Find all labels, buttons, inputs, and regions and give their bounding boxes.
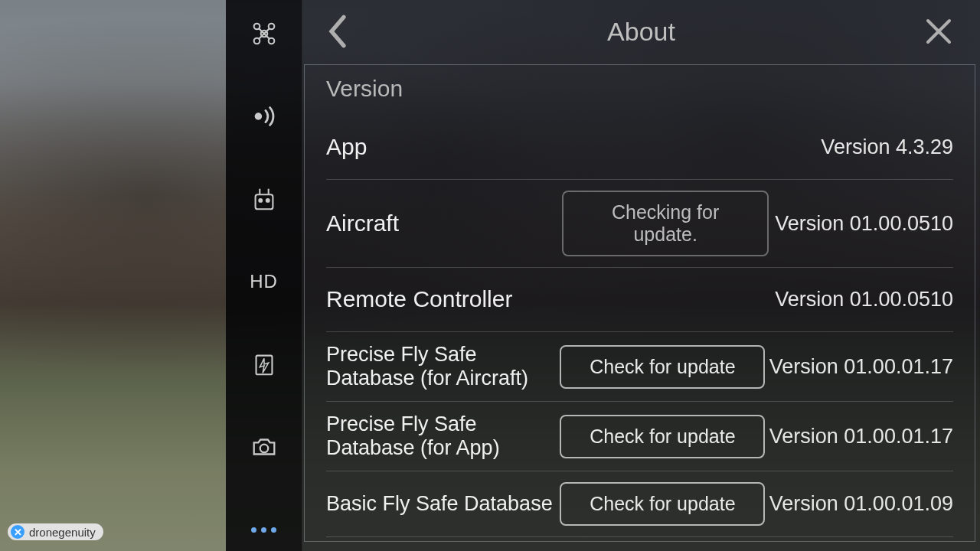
- about-panel: Version App Version 4.3.29 Aircraft Chec…: [304, 64, 975, 542]
- row-version: Version 01.00.0510: [775, 288, 953, 311]
- camera-icon[interactable]: [247, 430, 281, 464]
- watermark-text: dronegenuity: [29, 526, 96, 539]
- row-app: App Version 4.3.29: [326, 116, 953, 180]
- row-label: Precise Fly Safe Database (for Aircraft): [326, 343, 556, 390]
- battery-icon[interactable]: [247, 347, 281, 381]
- check-update-button[interactable]: Check for update: [560, 415, 765, 458]
- row-version: Version 4.3.29: [777, 135, 953, 159]
- row-flight-controller-serial: Flight Controller Serial Number: [326, 537, 953, 542]
- row-precise-flysafe-app: Precise Fly Safe Database (for App) Chec…: [326, 402, 953, 471]
- svg-point-11: [259, 199, 262, 202]
- watermark-badge: ✕ dronegenuity: [8, 523, 103, 540]
- row-label: Remote Controller: [326, 286, 648, 313]
- panel-title: About: [607, 17, 675, 47]
- settings-sidebar: HD: [226, 0, 302, 551]
- signal-icon[interactable]: [247, 99, 281, 133]
- row-precise-flysafe-aircraft: Precise Fly Safe Database (for Aircraft)…: [326, 332, 953, 402]
- more-icon[interactable]: [247, 513, 281, 546]
- section-title-version: Version: [326, 76, 953, 102]
- row-version: Version 01.00.01.17: [769, 355, 953, 379]
- row-version: Version 01.00.01.09: [769, 492, 953, 516]
- svg-point-7: [254, 112, 262, 120]
- row-aircraft: Aircraft Checking for update. Version 01…: [326, 180, 953, 268]
- row-basic-flysafe: Basic Fly Safe Database Check for update…: [326, 471, 953, 537]
- hd-label: HD: [250, 271, 278, 292]
- close-button[interactable]: [923, 16, 954, 47]
- remote-controller-icon[interactable]: [247, 182, 281, 216]
- row-version: Version 01.00.01.17: [769, 425, 953, 448]
- close-icon: ✕: [11, 525, 24, 539]
- row-version: Version 01.00.0510: [775, 212, 953, 236]
- check-update-button[interactable]: Check for update: [560, 345, 765, 389]
- panel-header: About: [302, 0, 980, 63]
- svg-point-14: [260, 445, 267, 452]
- back-button[interactable]: [325, 13, 350, 50]
- hd-icon[interactable]: HD: [247, 265, 281, 298]
- row-remote-controller: Remote Controller Version 01.00.0510: [326, 268, 953, 332]
- row-label: App: [326, 134, 556, 161]
- row-label: Basic Fly Safe Database: [326, 492, 556, 516]
- check-update-button[interactable]: Check for update: [560, 482, 765, 526]
- svg-rect-10: [255, 194, 273, 209]
- aircraft-checking-button[interactable]: Checking for update.: [562, 191, 769, 256]
- aircraft-icon[interactable]: [247, 17, 281, 51]
- row-label: Aircraft: [326, 210, 556, 237]
- row-label: Precise Fly Safe Database (for App): [326, 412, 556, 460]
- svg-point-12: [266, 199, 269, 202]
